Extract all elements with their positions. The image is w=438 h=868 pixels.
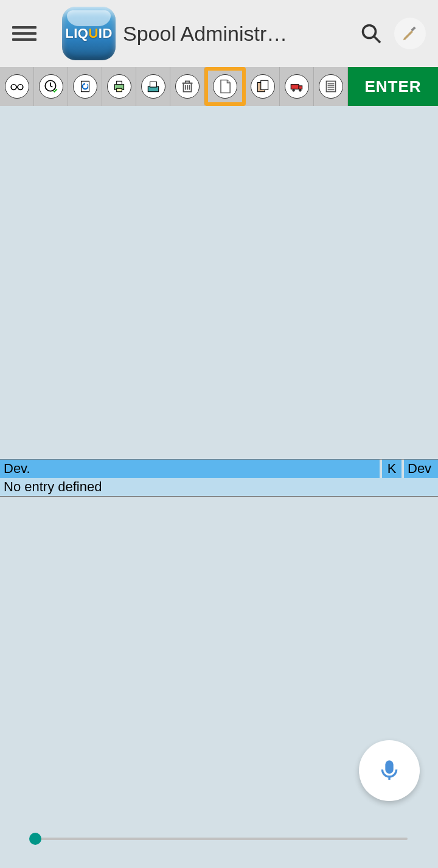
svg-point-0 xyxy=(363,26,376,38)
table-header-k[interactable]: K xyxy=(382,460,404,478)
copy-page-icon xyxy=(255,79,271,94)
toolbar-output-button[interactable] xyxy=(136,67,170,106)
table-header-dev[interactable]: Dev. xyxy=(0,460,382,478)
table-empty-row: No entry defined xyxy=(0,478,438,496)
app-bar: LIQUID Spool Administr… xyxy=(0,0,438,67)
toolbar-delete-button[interactable] xyxy=(170,67,204,106)
bottom-slider[interactable] xyxy=(30,838,408,840)
svg-line-1 xyxy=(374,37,380,43)
output-tray-icon xyxy=(145,79,161,94)
table-header-row: Dev. K Dev xyxy=(0,460,438,478)
customize-button[interactable] xyxy=(394,18,426,49)
toolbar-copy-button[interactable] xyxy=(246,67,280,106)
svg-rect-11 xyxy=(150,82,156,87)
list-icon xyxy=(323,79,339,94)
toolbar-time-button[interactable] xyxy=(34,67,68,106)
glasses-icon xyxy=(9,79,25,94)
toolbar-print-button[interactable] xyxy=(102,67,136,106)
page-title: Spool Administr… xyxy=(123,22,348,46)
screwdriver-icon xyxy=(401,24,419,43)
svg-rect-24 xyxy=(386,761,392,772)
enter-button[interactable]: ENTER xyxy=(348,67,438,106)
page-icon xyxy=(217,78,234,95)
toolbar-create-button[interactable] xyxy=(204,67,246,106)
bottom-slider-thumb[interactable] xyxy=(29,833,41,845)
refresh-doc-icon xyxy=(77,79,93,94)
logo-text: LIQUID xyxy=(65,26,113,41)
transport-icon xyxy=(289,79,305,94)
menu-button[interactable] xyxy=(12,21,36,46)
svg-rect-15 xyxy=(291,85,299,89)
app-logo: LIQUID xyxy=(62,7,116,60)
svg-rect-14 xyxy=(260,80,268,89)
search-icon xyxy=(360,23,382,44)
search-button[interactable] xyxy=(355,18,387,49)
toolbar: ENTER xyxy=(0,67,438,106)
toolbar-display-button[interactable] xyxy=(0,67,34,106)
svg-rect-9 xyxy=(116,88,122,91)
svg-point-3 xyxy=(11,85,16,90)
svg-point-4 xyxy=(18,85,23,90)
printer-icon xyxy=(111,79,127,94)
svg-rect-8 xyxy=(116,81,122,84)
svg-point-18 xyxy=(299,89,301,91)
svg-point-17 xyxy=(292,89,294,91)
time-check-icon xyxy=(43,79,59,94)
table-header-dev2[interactable]: Dev xyxy=(404,460,438,478)
svg-rect-2 xyxy=(411,27,416,32)
svg-rect-16 xyxy=(299,86,302,89)
microphone-icon xyxy=(377,758,401,783)
device-table: Dev. K Dev No entry defined xyxy=(0,459,438,497)
voice-input-button[interactable] xyxy=(359,740,420,801)
toolbar-list-button[interactable] xyxy=(314,67,348,106)
toolbar-transport-button[interactable] xyxy=(280,67,314,106)
toolbar-refresh-button[interactable] xyxy=(68,67,102,106)
trash-icon xyxy=(179,79,195,94)
